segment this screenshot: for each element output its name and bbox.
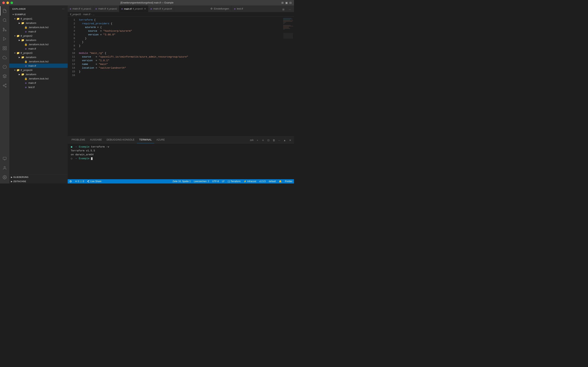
tab-main-tf-project1[interactable]: ◈ main.tf tf_project1 xyxy=(68,5,93,12)
no-arrow-p2 xyxy=(21,43,24,45)
alert-icon xyxy=(2,65,7,69)
activity-item-extra1[interactable] xyxy=(0,53,9,62)
minimize-button[interactable] xyxy=(6,1,9,4)
tree-item-tf-project2[interactable]: ▾ 📁 tf_project2 xyxy=(9,34,68,38)
workspace-root[interactable]: ▾ EXAMPLE xyxy=(9,12,68,17)
panel-tab-debug[interactable]: DEBUGGING-KONSOLE xyxy=(104,136,137,143)
status-live-share[interactable]: Live Share xyxy=(85,179,103,184)
tree-item-project2-main[interactable]: ◈ main.tf xyxy=(9,46,68,51)
split-editor-button[interactable]: ⊞ xyxy=(281,7,286,12)
new-terminal-button[interactable]: + xyxy=(255,138,260,142)
status-language[interactable]: { } Terraform xyxy=(226,179,242,184)
status-infracost[interactable]: ⚡ Infracost xyxy=(242,179,258,184)
activity-item-source-control[interactable] xyxy=(0,25,9,34)
tree-item-project1-terraform[interactable]: ▶ 📁 .terraform xyxy=(9,21,68,25)
status-indentation[interactable]: Leerzeichen: 2 xyxy=(192,179,211,184)
activity-item-search[interactable] xyxy=(0,16,9,25)
activity-item-run-debug[interactable] xyxy=(0,34,9,43)
project4-name: tf_project4 xyxy=(21,69,33,72)
tree-item-tf-project1[interactable]: ▾ 📁 tf_project1 xyxy=(9,17,68,21)
window-title: [Erweiterungsentwicklungshost] main.tf —… xyxy=(121,1,174,4)
editor-layout-icon[interactable]: ▣ xyxy=(285,1,288,4)
more-tabs-button[interactable]: ··· xyxy=(287,7,293,12)
tab-main-tf-project4[interactable]: ◈ main.tf tf_project4 xyxy=(148,5,174,12)
tree-item-project1-main[interactable]: ◈ main.tf xyxy=(9,29,68,34)
tree-item-project2-terraform[interactable]: ▶ 📁 .terraform xyxy=(9,38,68,42)
activity-item-extra2[interactable] xyxy=(0,62,9,72)
project3-terraform-dir: .terraform xyxy=(25,56,36,59)
more-actions-button[interactable]: ··· xyxy=(277,138,282,142)
terminal-cursor xyxy=(91,157,92,160)
custom-layout-icon[interactable]: ⊟ xyxy=(289,1,292,4)
tree-item-project4-lock[interactable]: 🔒 .terraform.lock.hcl xyxy=(9,76,68,81)
tab-main-tf-project3[interactable]: ◈ main.tf tf_project3 ✕ xyxy=(119,5,148,12)
project4-lock-file: .terraform.lock.hcl xyxy=(28,77,48,80)
tree-item-tf-project4[interactable]: ▾ 📁 tf_project4 xyxy=(9,68,68,72)
tab-main-tf-project2[interactable]: ◈ main.tf tf_project2 xyxy=(93,5,119,12)
status-errors[interactable]: ✕ 0 ⚠ 0 xyxy=(74,179,85,184)
breadcrumb-symbol[interactable]: ... xyxy=(92,13,94,16)
status-prettier[interactable]: Prettier xyxy=(283,179,294,184)
breadcrumb-project[interactable]: tf_project3 xyxy=(70,13,81,16)
tab-einstellungen[interactable]: ⚙ Einstellungen xyxy=(208,5,232,12)
clear-terminal-button[interactable]: 🗑 xyxy=(271,138,276,142)
split-terminal-button[interactable] xyxy=(260,138,265,142)
terminal-line-2: Terraform v1.5.5 xyxy=(71,149,291,153)
tab-icon-test: ◈ xyxy=(234,7,236,10)
activity-item-extra4[interactable] xyxy=(0,81,9,90)
tf-icon-p4-test: ◈ xyxy=(24,85,28,89)
tree-item-project2-lock[interactable]: 🔒 .terraform.lock.hcl xyxy=(9,42,68,46)
tree-item-project4-terraform[interactable]: ▶ 📁 .terraform xyxy=(9,72,68,76)
close-panel-button[interactable]: ✕ xyxy=(288,138,293,142)
sidebar-more-actions[interactable]: ··· xyxy=(62,8,65,10)
project1-terraform-dir: .terraform xyxy=(25,22,36,25)
tab-close-3[interactable]: ✕ xyxy=(144,7,146,10)
status-version[interactable]: v1.5.5 xyxy=(258,179,267,184)
window-controls[interactable] xyxy=(2,1,13,4)
section-zeitachse-label: ZEITACHSE xyxy=(13,180,26,183)
maximize-button[interactable] xyxy=(10,1,13,4)
maximize-panel-button[interactable]: ▲ xyxy=(282,138,287,142)
status-encoding[interactable]: UTF-8 xyxy=(210,179,220,184)
tree-item-project3-lock[interactable]: 🔒 .terraform.lock.hcl xyxy=(9,59,68,64)
tab-test-tf[interactable]: ◈ test.tf xyxy=(232,5,245,12)
tree-item-project3-terraform[interactable]: ▶ 📁 .terraform xyxy=(9,55,68,59)
split-icon xyxy=(262,139,264,142)
tree-item-project1-lock[interactable]: 🔒 .terraform.lock.hcl xyxy=(9,25,68,29)
svg-rect-8 xyxy=(3,49,4,50)
panel-layout-button[interactable]: ⊡ xyxy=(266,138,271,142)
svg-line-18 xyxy=(4,84,5,85)
panel-tab-probleme[interactable]: PROBLEME xyxy=(69,136,88,143)
activity-item-extensions[interactable] xyxy=(0,43,9,53)
tab-name-2: main.tf xyxy=(98,7,106,10)
panel-tab-ausgabe[interactable]: AUSGABE xyxy=(88,136,104,143)
titlebar-right-actions: ⊞ ▣ ⊟ xyxy=(281,1,292,4)
sidebar-layout-icon[interactable]: ⊞ xyxy=(281,1,284,4)
tree-item-tf-project3[interactable]: ▾ 📁 tf_project3 xyxy=(9,51,68,55)
activity-item-extra3[interactable] xyxy=(0,72,9,81)
status-notifications[interactable]: 🔔 xyxy=(277,179,283,184)
project2-terraform-dir: .terraform xyxy=(25,39,36,42)
close-button[interactable] xyxy=(2,1,5,4)
activity-item-settings[interactable] xyxy=(0,173,9,182)
p3-terraform-arrow: ▶ xyxy=(18,56,21,58)
panel-tab-azure[interactable]: AZURE xyxy=(154,136,167,143)
default-label: default xyxy=(269,180,276,183)
status-eol[interactable]: LF xyxy=(220,179,226,184)
section-gliederung[interactable]: ▶ GLIEDERUNG xyxy=(9,175,68,179)
activity-item-remote[interactable] xyxy=(0,154,9,163)
tree-item-project4-test[interactable]: ◈ test.tf xyxy=(9,85,68,89)
status-default[interactable]: default xyxy=(267,179,277,184)
breadcrumb-file[interactable]: main.tf xyxy=(83,13,90,16)
status-cursor-position[interactable]: Zeile 16, Spalte 1 xyxy=(171,179,192,184)
panel-tab-terminal[interactable]: TERMINAL xyxy=(137,136,154,143)
tree-item-project4-main[interactable]: ◈ main.tf xyxy=(9,81,68,85)
terminal-content[interactable]: → Example terraform -v Terraform v1.5.5 … xyxy=(68,143,294,179)
status-remote[interactable] xyxy=(68,179,74,184)
editor-code[interactable]: terraform { required_providers { azurerm… xyxy=(77,17,282,136)
tree-item-project3-main[interactable]: ◈ main.tf xyxy=(9,64,68,68)
section-zeitachse[interactable]: ▶ ZEITACHSE xyxy=(9,179,68,184)
activity-item-accounts[interactable] xyxy=(0,163,9,173)
project1-lock-file: .terraform.lock.hcl xyxy=(28,26,48,29)
activity-item-explorer[interactable] xyxy=(0,6,9,16)
